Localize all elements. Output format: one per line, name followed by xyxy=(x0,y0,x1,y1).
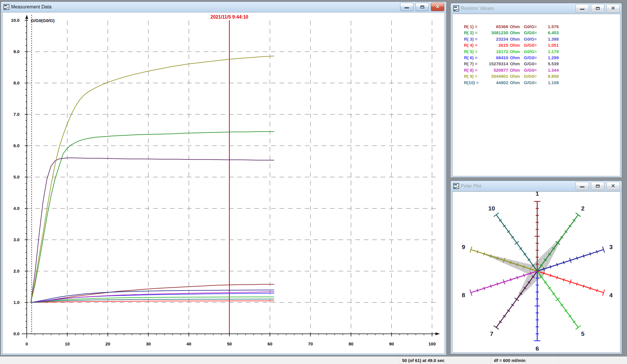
resistor-row: R( 2) =3081230OhmG/G0=6.453 xyxy=(464,30,620,36)
resistor-list: R( 1) =65366OhmG0/G=1.576R( 2) =3081230O… xyxy=(452,14,620,86)
close-button[interactable]: ✕ xyxy=(606,4,620,12)
resistor-row: R( 8) =520877OhmG/G0=1.344 xyxy=(464,67,620,73)
svg-text:4: 4 xyxy=(609,292,613,298)
svg-text:0: 0 xyxy=(26,341,28,346)
resistor-ratio: 8.858 xyxy=(541,73,559,79)
minimize-button[interactable] xyxy=(576,182,589,190)
svg-text:5: 5 xyxy=(581,330,585,337)
app-icon xyxy=(453,183,459,189)
minimize-button[interactable] xyxy=(400,3,413,11)
svg-text:20: 20 xyxy=(105,341,110,346)
window-resistor-values: Resistor Values ✕ R( 1) =65366OhmG0/G=1.… xyxy=(450,3,622,178)
resistor-unit: Ohm xyxy=(508,36,523,42)
status-section-right xyxy=(559,357,627,364)
svg-text:1: 1 xyxy=(535,192,539,197)
resistor-gl: G/G0= xyxy=(523,73,541,79)
resistor-row: R( 3) =23234OhmG0/G=1.398 xyxy=(464,36,620,42)
window-title: Polar Plot xyxy=(461,183,481,189)
resistor-unit: Ohm xyxy=(508,42,523,48)
resistor-ohm: 23234 xyxy=(482,36,508,42)
resistor-gl: G/G0= xyxy=(523,42,541,48)
minimize-icon xyxy=(580,9,585,10)
resistor-row: R( 5) =18172OhmG0/G=1.179 xyxy=(464,48,620,55)
maximize-button[interactable] xyxy=(415,3,429,11)
maximize-icon xyxy=(420,6,424,8)
resistor-gl: G/G0= xyxy=(523,55,541,61)
close-icon: ✕ xyxy=(611,183,615,188)
measurement-chart-canvas[interactable]: 2021/11/5 9:44:1001020304050607080901000… xyxy=(3,12,445,354)
svg-text:9: 9 xyxy=(462,244,465,250)
resistor-name: R( 8) = xyxy=(464,67,482,73)
resistor-ohm: 44902 xyxy=(482,80,508,86)
svg-text:8: 8 xyxy=(462,292,465,298)
resistor-ohm: 3081230 xyxy=(482,30,508,36)
resistor-gl: G0/G= xyxy=(523,24,541,30)
resistor-unit: Ohm xyxy=(508,61,523,67)
status-section-flow: df = 600 ml/min xyxy=(491,357,559,364)
svg-text:80: 80 xyxy=(349,341,354,346)
maximize-icon xyxy=(596,185,600,188)
close-button[interactable]: ✕ xyxy=(431,3,444,11)
svg-text:10.0: 10.0 xyxy=(11,18,19,23)
svg-text:60: 60 xyxy=(268,341,273,346)
svg-text:90: 90 xyxy=(389,341,394,346)
svg-text:50: 50 xyxy=(227,341,232,346)
svg-text:3.0: 3.0 xyxy=(13,237,19,242)
app-icon xyxy=(453,6,459,11)
resistor-unit: Ohm xyxy=(508,55,523,61)
minimize-icon xyxy=(404,7,409,8)
svg-text:9.0: 9.0 xyxy=(13,49,19,54)
measurement-titlebar[interactable]: Measurement Data ✕ xyxy=(1,2,446,12)
resistor-titlebar[interactable]: Resistor Values ✕ xyxy=(451,3,622,14)
polar-titlebar[interactable]: Polar Plot ✕ xyxy=(451,181,622,191)
close-button[interactable]: ✕ xyxy=(606,182,620,190)
resistor-name: R( 9) = xyxy=(464,73,482,79)
resistor-ohm: 68410 xyxy=(482,55,508,61)
resistor-row: R( 7) =15278314OhmG/G0=5.539 xyxy=(464,61,620,67)
resistor-unit: Ohm xyxy=(508,24,523,30)
svg-text:30: 30 xyxy=(146,341,151,346)
resistor-ohm: 2615 xyxy=(482,42,508,48)
svg-text:G/G0(G0/G): G/G0(G0/G) xyxy=(31,18,55,23)
resistor-ohm: 65366 xyxy=(482,24,508,30)
resistor-ratio: 1.051 xyxy=(541,42,559,48)
maximize-button[interactable] xyxy=(591,4,604,12)
svg-text:8.0: 8.0 xyxy=(13,80,19,85)
minimize-button[interactable] xyxy=(576,4,589,12)
resistor-name: R( 2) = xyxy=(464,30,482,36)
resistor-ohm: 520877 xyxy=(482,67,508,73)
resistor-unit: Ohm xyxy=(508,80,523,86)
resistor-name: R( 6) = xyxy=(464,55,482,61)
resistor-gl: G/G0= xyxy=(523,61,541,67)
svg-text:7.0: 7.0 xyxy=(13,112,19,117)
resistor-row: R( 6) =68410OhmG/G0=1.299 xyxy=(464,55,620,61)
status-bar: 50 (of 61) at 49.0 sec df = 600 ml/min xyxy=(0,356,627,364)
window-title: Measurement Data xyxy=(11,4,51,10)
resistor-name: R( 5) = xyxy=(464,48,482,55)
window-polar-plot: Polar Plot ✕ 12345678910 xyxy=(450,181,622,354)
svg-text:2: 2 xyxy=(581,205,585,212)
resistor-ohm: 15278314 xyxy=(482,61,508,67)
svg-text:10: 10 xyxy=(65,341,70,346)
maximize-icon xyxy=(596,7,600,10)
resistor-ratio: 1.576 xyxy=(541,24,559,30)
app-icon xyxy=(3,4,9,10)
svg-text:40: 40 xyxy=(187,341,191,346)
resistor-ratio: 5.539 xyxy=(541,61,559,67)
resistor-ratio: 1.179 xyxy=(541,48,559,55)
svg-text:6: 6 xyxy=(535,345,539,352)
svg-text:5.0: 5.0 xyxy=(13,174,19,179)
maximize-button[interactable] xyxy=(591,182,604,190)
polar-plot-canvas: 12345678910 xyxy=(452,192,620,352)
resistor-unit: Ohm xyxy=(508,73,523,79)
svg-text:3: 3 xyxy=(609,244,613,250)
status-section-empty xyxy=(0,357,399,364)
resistor-ratio: 1.108 xyxy=(541,80,559,86)
resistor-unit: Ohm xyxy=(508,67,523,73)
svg-text:70: 70 xyxy=(308,341,313,346)
resistor-name: R( 4) = xyxy=(464,42,482,48)
close-icon: ✕ xyxy=(436,4,440,9)
resistor-unit: Ohm xyxy=(508,30,523,36)
resistor-ratio: 1.299 xyxy=(541,55,559,61)
resistor-row: R( 4) =2615OhmG/G0=1.051 xyxy=(464,42,620,48)
